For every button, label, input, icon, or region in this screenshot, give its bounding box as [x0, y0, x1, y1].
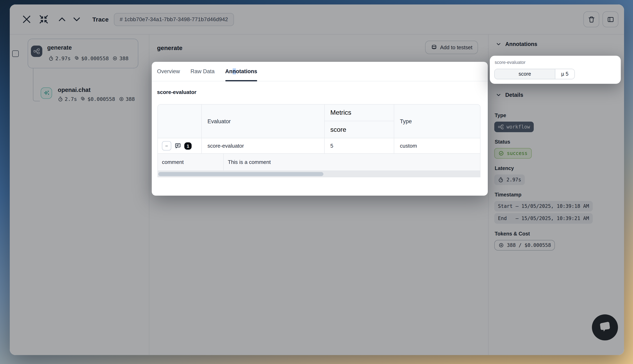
header-cell-evaluator: Evaluator	[202, 104, 325, 138]
tab-annotations[interactable]: Annotations	[225, 62, 257, 81]
horizontal-scrollbar-thumb[interactable]	[158, 172, 324, 176]
header-cell-controls	[158, 104, 202, 138]
desktop-gradient-background: Trace # 1cbb70e7-34a1-7bb7-3498-771b7d46…	[0, 0, 633, 364]
header-cell-type: Type	[394, 104, 481, 138]
cell-evaluator: score-evaluator	[202, 138, 325, 153]
minus-icon	[165, 143, 168, 148]
table-header: Evaluator Metrics score Type	[158, 104, 480, 138]
score-metric-button[interactable]: score	[495, 69, 555, 79]
metrics-group-label: Metrics	[325, 104, 394, 121]
tab-bar: Overview Raw Data Annotations	[152, 62, 488, 81]
annotation-score-card: score-evaluator score µ 5	[490, 56, 621, 84]
comment-expansion-row: comment This is a comment	[158, 154, 480, 171]
annotation-evaluator-label: score-evaluator	[495, 60, 526, 65]
screen: Trace # 1cbb70e7-34a1-7bb7-3498-771b7d46…	[0, 0, 633, 364]
comment-button[interactable]	[174, 142, 182, 150]
collapse-row-button[interactable]	[162, 141, 171, 150]
row-controls-cell: 1	[158, 138, 202, 153]
comment-value: This is a comment	[224, 154, 481, 170]
table-row: 1 score-evaluator 5 custom	[158, 138, 480, 154]
header-cell-metrics: Metrics score	[325, 104, 394, 138]
cell-score: 5	[325, 138, 394, 153]
score-control: score µ 5	[494, 69, 575, 79]
tab-overview[interactable]: Overview	[157, 62, 180, 81]
score-value-button[interactable]: µ 5	[555, 69, 574, 79]
comment-icon	[174, 142, 182, 150]
comment-key: comment	[158, 154, 224, 170]
comment-count-badge: 1	[184, 142, 192, 150]
annotations-tab-card: Overview Raw Data Annotations score-eval…	[152, 62, 488, 196]
tab-raw-data[interactable]: Raw Data	[190, 62, 215, 81]
active-tab-underline	[225, 80, 257, 81]
metric-name-label: score	[325, 121, 394, 138]
cell-type: custom	[394, 138, 481, 153]
text-selection-highlight: n	[232, 68, 236, 74]
annotations-table: Evaluator Metrics score Type	[158, 104, 480, 177]
evaluator-heading: score-evaluator	[157, 89, 196, 95]
horizontal-scrollbar-track[interactable]	[158, 171, 480, 177]
trace-viewer-window: Trace # 1cbb70e7-34a1-7bb7-3498-771b7d46…	[10, 4, 624, 355]
